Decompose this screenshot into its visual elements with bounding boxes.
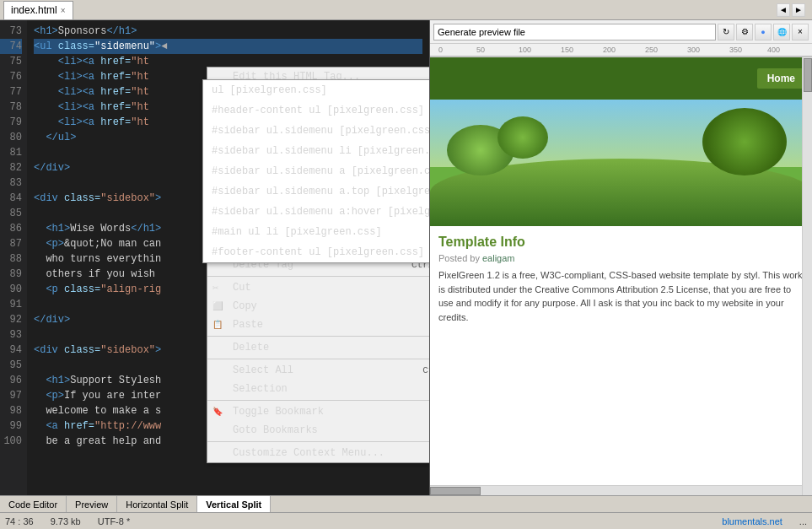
- tab-horizontal-split-label: Horizontal Split: [126, 499, 188, 510]
- submenu-item-sidebar-ul-sidemenu-li[interactable]: #sidebar ul.sidemenu li [pixelgreen.css]: [203, 141, 430, 161]
- settings-icon: ⚙: [741, 27, 749, 36]
- preview-content: Home Template Info Posted by ealigam: [430, 57, 812, 495]
- posted-by: Posted by ealigam: [438, 253, 804, 263]
- menu-separator: [207, 276, 430, 277]
- editor-pane[interactable]: 7374757677 78798081828384 85868788899091…: [0, 20, 430, 495]
- submenu-item-label: #sidebar ul.sidemenu a:hover [pixelgreen…: [212, 206, 430, 218]
- submenu-item-label: #sidebar ul.sidemenu [pixelgreen.css]: [212, 125, 430, 137]
- preview-scroll-thumb[interactable]: [804, 58, 812, 92]
- tab-code-editor-label: Code Editor: [8, 499, 57, 510]
- submenu-item-main-ul-li[interactable]: #main ul li [pixelgreen.css]: [203, 222, 430, 242]
- status-bar: 74 : 36 9.73 kb UTF-8 * blumentals.net .…: [0, 512, 812, 529]
- menu-item-goto-bookmarks[interactable]: Goto Bookmarks ▶: [207, 421, 430, 440]
- close-icon: ×: [798, 27, 803, 36]
- website-link[interactable]: blumentals.net: [722, 516, 782, 526]
- nav-arrows: ◄ ►: [777, 3, 809, 17]
- tab-preview[interactable]: Preview: [67, 496, 117, 512]
- tab-label: index.html: [11, 4, 57, 16]
- submenu-item-label: #header-content ul [pixelgreen.css]: [212, 105, 424, 116]
- menu-item-label: Goto Bookmarks: [233, 424, 318, 436]
- tab-vertical-split[interactable]: Vertical Split: [197, 496, 271, 512]
- menu-item-cut[interactable]: ✂ Cut: [207, 278, 430, 297]
- paste-icon: 📋: [212, 320, 223, 330]
- menu-item-label: Selection: [233, 383, 288, 395]
- tab-close-icon[interactable]: ×: [61, 6, 66, 15]
- menu-item-label: Delete: [233, 342, 269, 354]
- next-arrow[interactable]: ►: [792, 3, 805, 17]
- menu-separator: [207, 359, 430, 359]
- horizontal-scrollbar[interactable]: [430, 485, 802, 495]
- menu-item-label: Paste: [233, 319, 263, 331]
- menu-separator: [207, 336, 430, 337]
- copy-icon: ⬜: [212, 301, 223, 311]
- tab-code-editor[interactable]: Code Editor: [0, 496, 67, 512]
- main-window: index.html × ◄ ► 7374757677 787980818283…: [0, 0, 812, 529]
- menu-item-label: Toggle Bookmark: [233, 406, 324, 418]
- tab-horizontal-split[interactable]: Horizontal Split: [117, 496, 197, 512]
- menu-item-label: Copy: [233, 300, 257, 312]
- submenu-item-header-content-ul[interactable]: #header-content ul [pixelgreen.css]: [203, 100, 430, 121]
- submenu-item-footer-content-ul[interactable]: #footer-content ul [pixelgreen.css]: [203, 242, 430, 262]
- template-info-title: Template Info: [438, 235, 804, 250]
- submenu-item-sidebar-ul-sidemenu-a[interactable]: #sidebar ul.sidemenu a [pixelgreen.css]: [203, 161, 430, 181]
- menu-item-label: Customize Context Menu...: [233, 447, 384, 459]
- code-line: <h1>Sponsors</h1>: [34, 24, 422, 39]
- preview-url-input[interactable]: [433, 24, 716, 40]
- browser-icon-2[interactable]: 🌐: [773, 24, 790, 40]
- menu-item-label: Select All: [233, 364, 293, 376]
- ruler: 0 50 100 150 200 250 300 350 400: [430, 44, 812, 57]
- submenu-item-sidebar-ul-sidemenu-ahover[interactable]: #sidebar ul.sidemenu a:hover [pixelgreen…: [203, 202, 430, 222]
- submenu-item-label: #sidebar ul.sidemenu a [pixelgreen.css]: [212, 165, 430, 177]
- refresh-icon: ↻: [723, 27, 729, 36]
- site-nav-home: Home: [757, 68, 805, 89]
- submenu-item-sidebar-ul-sidemenu[interactable]: #sidebar ul.sidemenu [pixelgreen.css]: [203, 121, 430, 141]
- submenu-item-label: #sidebar ul.sidemenu li [pixelgreen.css]: [212, 145, 430, 157]
- tab-bar: index.html × ◄ ►: [0, 0, 812, 20]
- menu-item-delete[interactable]: Delete: [207, 338, 430, 357]
- tab-vertical-split-label: Vertical Split: [206, 499, 261, 510]
- chrome-icon[interactable]: ●: [755, 24, 772, 40]
- tab-preview-label: Preview: [75, 499, 108, 510]
- prev-arrow[interactable]: ◄: [777, 3, 790, 17]
- cut-icon: ✂: [212, 282, 218, 294]
- menu-item-label: Cut: [233, 282, 251, 294]
- posted-by-label: Posted by: [438, 253, 480, 263]
- code-line: <ul class="sidemenu">◄: [34, 39, 422, 54]
- bottom-tab-bar: Code Editor Preview Horizontal Split Ver…: [0, 495, 812, 512]
- submenu-item-ul[interactable]: ul [pixelgreen.css]: [203, 80, 430, 100]
- submenu-item-label: #sidebar ul.sidemenu a.top [pixelgreen.c…: [212, 186, 430, 197]
- related-styles-submenu: ul [pixelgreen.css] #header-content ul […: [202, 79, 430, 263]
- preview-pane: ↻ ⚙ ● 🌐 × 0 50 100 150 200 250 300 350 4…: [430, 20, 812, 495]
- file-tab[interactable]: index.html ×: [3, 1, 73, 19]
- refresh-button[interactable]: ↻: [718, 24, 734, 40]
- menu-separator: [207, 441, 430, 442]
- template-info: Template Info Posted by ealigam PixelGre…: [430, 226, 812, 332]
- content-area: 7374757677 78798081828384 85868788899091…: [0, 20, 812, 495]
- menu-item-paste[interactable]: 📋 Paste: [207, 316, 430, 334]
- menu-item-customize[interactable]: Customize Context Menu...: [207, 444, 430, 462]
- cursor-position: 74 : 36: [5, 516, 34, 526]
- bookmark-icon: 🔖: [212, 407, 223, 417]
- preview-scrollbar[interactable]: [802, 57, 812, 495]
- posted-by-user: ealigam: [482, 253, 515, 263]
- submenu-item-label: #footer-content ul [pixelgreen.css]: [212, 246, 424, 258]
- menu-item-select-all[interactable]: Select All Ctrl+A: [207, 361, 430, 380]
- menu-item-copy[interactable]: ⬜ Copy: [207, 297, 430, 316]
- encoding: UTF-8 *: [98, 516, 131, 526]
- file-size: 9.73 kb: [51, 516, 81, 526]
- close-preview-button[interactable]: ×: [792, 24, 809, 40]
- menu-separator: [207, 400, 430, 401]
- submenu-item-label: ul [pixelgreen.css]: [212, 84, 327, 96]
- settings-button[interactable]: ⚙: [736, 24, 753, 40]
- status-dots: ...: [799, 516, 807, 526]
- submenu-item-sidebar-ul-sidemenu-atop[interactable]: #sidebar ul.sidemenu a.top [pixelgreen.c…: [203, 181, 430, 202]
- preview-toolbar: ↻ ⚙ ● 🌐 ×: [430, 20, 812, 44]
- preview-body-text: PixelGreen 1.2 is a free, W3C-compliant,…: [438, 268, 804, 324]
- menu-item-toggle-bookmark[interactable]: 🔖 Toggle Bookmark: [207, 402, 430, 421]
- line-numbers: 7374757677 78798081828384 85868788899091…: [0, 20, 27, 495]
- horizontal-scroll-thumb[interactable]: [430, 487, 481, 495]
- menu-item-selection[interactable]: Selection ▶: [207, 380, 430, 398]
- submenu-item-label: #main ul li [pixelgreen.css]: [212, 226, 382, 238]
- menu-item-shortcut: Ctrl+A: [422, 365, 430, 375]
